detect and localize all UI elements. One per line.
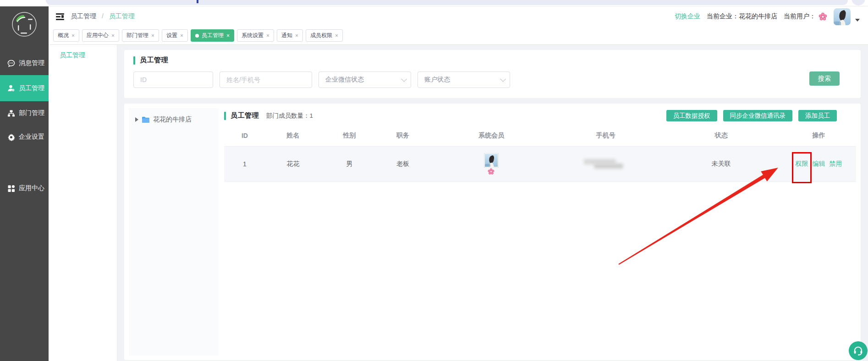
sidebar-collapse-icon[interactable] bbox=[56, 13, 64, 20]
chevron-down-icon bbox=[500, 76, 506, 82]
name-phone-input[interactable] bbox=[220, 71, 312, 88]
member-count: 部门成员数量：1 bbox=[266, 112, 313, 120]
app-logo bbox=[0, 6, 49, 42]
tab-employees-active[interactable]: 员工管理× bbox=[191, 29, 234, 42]
chevron-down-icon bbox=[401, 76, 407, 82]
tab-app-center[interactable]: 应用中心× bbox=[82, 29, 119, 42]
department-tree-panel: 花花的牛排店 bbox=[129, 108, 219, 356]
sidebar-item-company-settings[interactable]: 企业设置 bbox=[0, 125, 49, 149]
close-icon[interactable]: × bbox=[295, 33, 298, 38]
col-header-gender: 性别 bbox=[325, 131, 374, 140]
current-company: 当前企业：花花的牛排店 bbox=[707, 12, 777, 21]
breadcrumb-current: 员工管理 bbox=[109, 12, 135, 20]
employee-table-card: 花花的牛排店 员工管理 部门成员数量：1 员工数据授权 同步企业微信通讯录 bbox=[124, 104, 861, 360]
col-header-member: 系统会员 bbox=[432, 131, 551, 140]
sidebar-item-label: 应用中心 bbox=[19, 184, 44, 192]
tree-node-root[interactable]: 花花的牛排店 bbox=[135, 115, 219, 124]
sidebar-item-app-center[interactable]: 应用中心 bbox=[0, 176, 49, 200]
col-header-name: 姓名 bbox=[261, 131, 325, 140]
close-icon[interactable]: × bbox=[71, 33, 75, 38]
col-header-status: 状态 bbox=[661, 131, 781, 140]
main-sidebar: 消息管理 员工管理 部门管理 bbox=[0, 6, 49, 361]
close-icon[interactable]: × bbox=[226, 33, 230, 38]
id-input[interactable] bbox=[133, 71, 213, 88]
sidebar-item-departments[interactable]: 部门管理 bbox=[0, 101, 49, 125]
employee-icon bbox=[7, 84, 15, 92]
address-bar-cursor bbox=[197, 0, 198, 3]
chevron-down-icon[interactable] bbox=[855, 19, 860, 22]
top-header: 员工管理 / 员工管理 切换企业 当前企业：花花的牛排店 当前用户： bbox=[49, 6, 868, 27]
title-accent-bar bbox=[224, 112, 226, 120]
flower-icon bbox=[819, 12, 827, 21]
close-icon[interactable]: × bbox=[111, 33, 115, 38]
tab-overview[interactable]: 概况× bbox=[53, 29, 79, 42]
close-icon[interactable]: × bbox=[266, 33, 269, 38]
sidebar-item-label: 员工管理 bbox=[19, 84, 44, 93]
col-header-actions: 操作 bbox=[781, 131, 856, 140]
close-icon[interactable]: × bbox=[335, 33, 338, 38]
edit-link[interactable]: 编辑 bbox=[813, 160, 825, 168]
table-area: 员工管理 部门成员数量：1 员工数据授权 同步企业微信通讯录 添加员工 ID 姓… bbox=[219, 108, 856, 356]
cell-gender: 男 bbox=[325, 160, 374, 168]
secondary-sidebar: 员工管理 bbox=[49, 45, 117, 361]
permission-link[interactable]: 权限 bbox=[796, 160, 808, 167]
table-title: 员工管理 bbox=[224, 111, 259, 120]
user-photo-avatar bbox=[484, 153, 499, 168]
department-icon bbox=[7, 109, 15, 117]
app-window: 消息管理 员工管理 部门管理 bbox=[0, 0, 868, 361]
workspace: 员工管理 企业微信状态 账户状态 搜索 bbox=[117, 45, 868, 361]
gear-icon bbox=[7, 133, 15, 141]
col-header-id: ID bbox=[229, 132, 261, 139]
tab-member-permissions[interactable]: 成员权限× bbox=[306, 29, 343, 42]
sync-wechat-contacts-button[interactable]: 同步企业微信通讯录 bbox=[723, 110, 793, 121]
message-icon bbox=[7, 60, 15, 67]
cell-status: 未关联 bbox=[661, 160, 781, 168]
tree-node-label: 花花的牛排店 bbox=[153, 115, 192, 124]
sidebar-item-employees[interactable]: 员工管理 bbox=[0, 75, 49, 101]
cell-id: 1 bbox=[229, 160, 261, 168]
col-header-phone: 手机号 bbox=[550, 131, 661, 140]
tab-notifications[interactable]: 通知× bbox=[277, 29, 303, 42]
search-button[interactable]: 搜索 bbox=[809, 71, 840, 86]
account-status-select[interactable]: 账户状态 bbox=[418, 71, 510, 88]
sidebar-item-messages[interactable]: 消息管理 bbox=[0, 51, 49, 75]
col-header-job: 职务 bbox=[374, 131, 432, 140]
cell-job: 老板 bbox=[374, 160, 432, 168]
current-user-label: 当前用户： bbox=[784, 12, 816, 21]
user-photo-avatar[interactable] bbox=[834, 8, 851, 25]
title-accent-bar bbox=[133, 56, 135, 65]
cell-actions: 权限 编辑 禁用 bbox=[781, 160, 856, 168]
sidebar-item-label: 企业设置 bbox=[19, 133, 44, 141]
switch-company-link[interactable]: 切换企业 bbox=[675, 12, 700, 21]
flower-icon bbox=[488, 168, 494, 175]
apps-grid-icon bbox=[7, 185, 15, 192]
divider bbox=[0, 6, 868, 6]
close-icon[interactable]: × bbox=[151, 33, 154, 38]
close-icon[interactable]: × bbox=[180, 33, 183, 38]
table-row: 1 花花 男 老板 bbox=[224, 147, 856, 182]
cell-phone-blurred bbox=[584, 158, 628, 170]
folder-icon bbox=[142, 116, 150, 123]
filter-card-title: 员工管理 bbox=[133, 56, 852, 65]
disable-link[interactable]: 禁用 bbox=[830, 160, 842, 168]
wechat-status-select[interactable]: 企业微信状态 bbox=[319, 71, 411, 88]
tab-departments[interactable]: 部门管理× bbox=[122, 29, 159, 42]
breadcrumb: 员工管理 / 员工管理 bbox=[71, 12, 135, 21]
sidebar-item-label: 部门管理 bbox=[19, 109, 44, 117]
add-employee-button[interactable]: 添加员工 bbox=[798, 110, 837, 121]
table-header-row: ID 姓名 性别 职务 系统会员 手机号 状态 操作 bbox=[224, 125, 856, 147]
breadcrumb-parent[interactable]: 员工管理 bbox=[71, 12, 96, 20]
breadcrumb-separator: / bbox=[102, 12, 104, 20]
cell-system-member bbox=[432, 153, 551, 175]
filter-card: 员工管理 企业微信状态 账户状态 搜索 bbox=[124, 50, 861, 98]
cell-name: 花花 bbox=[261, 160, 325, 168]
tab-settings[interactable]: 设置× bbox=[162, 29, 188, 42]
browser-chrome-remnant bbox=[0, 0, 868, 6]
tab-system-settings[interactable]: 系统设置× bbox=[237, 29, 274, 42]
data-authorize-button[interactable]: 员工数据授权 bbox=[666, 110, 717, 121]
subnav-item-employees[interactable]: 员工管理 bbox=[49, 51, 117, 60]
customer-service-button[interactable] bbox=[849, 341, 868, 360]
tree-expand-icon[interactable] bbox=[135, 117, 138, 122]
headset-icon bbox=[853, 345, 863, 356]
open-tabs-bar: 概况× 应用中心× 部门管理× 设置× 员工管理× 系统设置× 通知× 成员权限… bbox=[49, 27, 868, 45]
